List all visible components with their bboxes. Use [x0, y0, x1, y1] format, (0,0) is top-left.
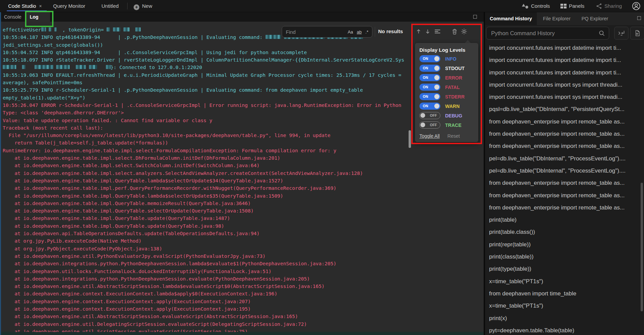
close-icon[interactable]: × [39, 3, 42, 9]
toggle-state-label: ON [423, 55, 428, 62]
history-item[interactable]: from deephaven_enterprise import remote_… [485, 202, 641, 214]
log-line: at io.deephaven.engine.util.PythonEvalua… [3, 252, 484, 260]
history-item[interactable]: import concurrent.futures import datetim… [485, 54, 641, 66]
reset-link[interactable]: Reset [447, 133, 460, 139]
history-item[interactable]: pyt=deephaven.table.Table(table) [485, 325, 641, 335]
history-item[interactable]: import concurrent.futures import datetim… [485, 42, 641, 54]
log-line: 10:55:26.047 ERROR r-Scheduler-Serial-1 … [3, 102, 484, 109]
settings-gear-icon[interactable] [461, 28, 467, 35]
tab-query-monitor[interactable]: Query Monitor [53, 0, 85, 12]
history-scrollbar-thumb[interactable] [641, 183, 643, 311]
tab-command-history[interactable]: Command History [485, 12, 537, 25]
history-item[interactable]: import concurrent.futures import sys imp… [485, 91, 641, 103]
toggle-state-label: ON [423, 103, 428, 110]
sharing-button[interactable]: Sharing [596, 0, 622, 12]
match-word-toggle[interactable]: ab [357, 29, 362, 35]
history-item[interactable]: pqsl=db.live_table("DbInternal", "Persis… [485, 103, 641, 115]
history-item[interactable]: print(table) [485, 214, 641, 226]
log-horizontal-scrollbar[interactable] [1, 332, 484, 335]
history-item[interactable]: print(class(table)) [485, 251, 641, 263]
panel-divider[interactable] [484, 12, 485, 335]
log-level-label: STDOUT [445, 66, 465, 71]
log-level-row-fatal: ONFATAL [419, 84, 478, 91]
log-level-row-trace: OFFTRACE [419, 121, 478, 129]
find-separator [375, 27, 375, 37]
log-maximize-icon[interactable] [473, 15, 477, 19]
arrow-down-icon[interactable] [425, 28, 431, 35]
history-item[interactable]: import concurrent.futures import sys imp… [485, 79, 641, 91]
history-item[interactable]: print(type(table)) [485, 263, 641, 275]
log-line: at io.deephaven.engine.table.impl.QueryT… [3, 222, 484, 230]
log-level-toggle-error[interactable]: ON [419, 74, 440, 81]
arrow-up-icon[interactable] [416, 28, 421, 35]
toggle-state-label: ON [423, 84, 428, 91]
tab-untitled[interactable]: Untitled [101, 0, 119, 12]
right-panel-maximize-icon[interactable] [637, 16, 641, 20]
log-line: 10:55:25.779 INFO r-Scheduler-Serial-1 |… [3, 86, 484, 94]
log-line: 10:55:04.572 INFO qtp461643389-94 | .c.C… [3, 49, 484, 56]
log-level-row-debug: OFFDEBUG [419, 112, 478, 119]
regex-toggle[interactable]: .* [365, 29, 368, 35]
log-level-toggle-stderr[interactable]: ON [419, 93, 440, 100]
toggle-state-label: ON [423, 65, 428, 72]
tab-log[interactable]: Log [26, 12, 50, 22]
log-line: at io.deephaven.engine.table.impl.QueryT… [3, 192, 484, 200]
toggle-knob [434, 66, 439, 71]
log-line: 10:55:18.097 INFO rStateTracker.Driver |… [3, 56, 484, 64]
display-log-levels-popup: Display Log Levels ONINFOONSTDOUTONERROR… [415, 43, 478, 142]
toggle-state-label: OFF [430, 112, 437, 118]
history-item[interactable]: from deephaven_enterprise import remote_… [485, 128, 641, 140]
clear-trash-icon[interactable] [452, 28, 457, 35]
history-item[interactable]: x=time_table("PT1s") [485, 275, 641, 288]
log-level-toggle-debug[interactable]: OFF [419, 112, 440, 119]
history-item[interactable]: print(repr(table)) [485, 239, 641, 251]
history-item[interactable]: import concurrent.futures import datetim… [485, 67, 641, 79]
panels-grid-icon [560, 3, 567, 9]
log-level-toggle-fatal[interactable]: ON [419, 84, 440, 91]
history-item[interactable]: pel=db.live_table("DbInternal", "Process… [485, 153, 641, 165]
wrap-lines-icon[interactable] [434, 29, 441, 34]
history-item[interactable]: pel=db.live_table("DbInternal", "Process… [485, 165, 641, 177]
controls-button[interactable]: Controls [522, 0, 550, 12]
find-input[interactable] [282, 29, 348, 35]
log-level-label: DEBUG [445, 113, 462, 118]
history-search-input[interactable] [486, 30, 599, 37]
toggle-state-label: OFF [430, 122, 437, 128]
log-level-toggle-info[interactable]: ON [419, 55, 440, 62]
history-item[interactable]: from deephaven_enterprise import remote_… [485, 116, 641, 128]
sharing-label: Sharing [604, 0, 622, 12]
redacted-text [22, 65, 25, 69]
history-item[interactable]: x=time_table("PT1s") [485, 300, 641, 312]
history-item[interactable]: from deephaven import time_table [485, 288, 641, 300]
panel-focus-edge [0, 12, 1, 335]
toggle-knob [434, 85, 439, 90]
log-level-toggle-trace[interactable]: OFF [419, 121, 440, 129]
history-item[interactable]: from deephaven_enterprise import remote_… [485, 177, 641, 189]
send-to-console-button[interactable] [614, 27, 628, 40]
log-level-toggle-warn[interactable]: ON [419, 103, 440, 110]
log-scrollbar-thumb[interactable] [409, 130, 411, 148]
redacted-text [41, 27, 46, 31]
log-line: at io.deephaven.engine.table.impl.select… [3, 162, 484, 169]
tab-pq-explorer[interactable]: PQ Explorer [577, 12, 613, 25]
user-avatar-button[interactable] [632, 2, 641, 10]
history-item[interactable]: print(x) [485, 312, 641, 325]
tab-console[interactable]: Console [4, 12, 21, 22]
log-line: at io.deephaven.engine.table.impl.QueryT… [3, 177, 484, 184]
panels-button[interactable]: Panels [560, 0, 584, 12]
history-item[interactable]: from deephaven_enterprise import remote_… [485, 140, 641, 152]
new-tab-button[interactable]: +New [134, 0, 152, 12]
toggle-all-link[interactable]: Toggle All [419, 133, 440, 139]
match-case-toggle[interactable]: Aa [348, 29, 353, 35]
tab-file-explorer[interactable]: File Explorer [538, 12, 575, 25]
redacted-text [49, 27, 51, 31]
log-level-toggle-stdout[interactable]: ON [419, 65, 440, 72]
redacted-text [113, 27, 120, 31]
log-line: Traceback (most recent call last): [3, 124, 484, 132]
find-result-status: No results [378, 28, 403, 34]
history-item[interactable]: from deephaven_enterprise import remote_… [485, 189, 641, 202]
log-level-row-error: ONERROR [419, 74, 478, 81]
log-line: }: Connected to 127.0.0.1:22020 [3, 64, 484, 71]
send-to-notebook-button[interactable] [630, 27, 644, 40]
history-item[interactable]: print(table.class()) [485, 226, 641, 238]
